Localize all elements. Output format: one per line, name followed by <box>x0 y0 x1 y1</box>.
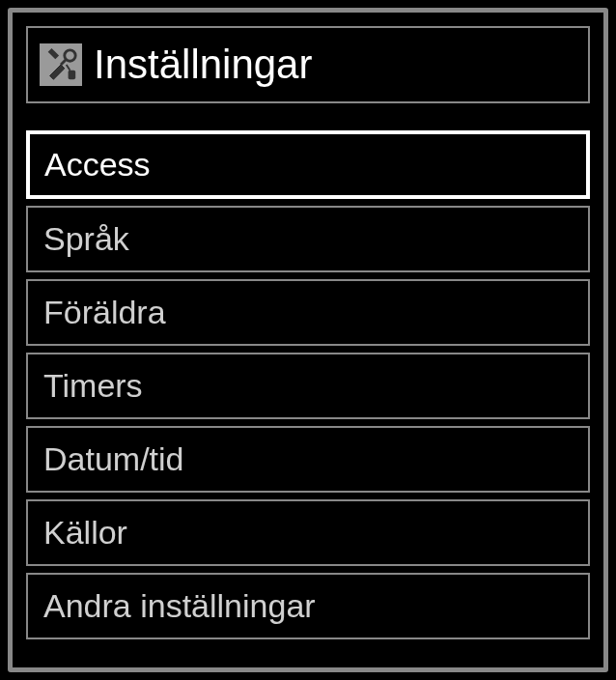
menu-item-other-settings[interactable]: Andra inställningar <box>26 573 590 639</box>
menu-item-timers[interactable]: Timers <box>26 353 590 419</box>
menu-item-label: Access <box>44 146 151 183</box>
menu-item-datetime[interactable]: Datum/tid <box>26 426 590 493</box>
menu-item-label: Språk <box>43 220 129 257</box>
menu-item-language[interactable]: Språk <box>26 206 590 272</box>
settings-tools-icon <box>40 43 82 86</box>
svg-rect-1 <box>69 71 76 80</box>
menu-item-label: Andra inställningar <box>43 587 316 624</box>
page-title: Inställningar <box>94 42 312 88</box>
menu-item-parental[interactable]: Föräldra <box>26 279 590 346</box>
menu-item-label: Datum/tid <box>43 440 184 477</box>
settings-window: Inställningar Access Språk Föräldra Time… <box>8 8 608 672</box>
settings-header: Inställningar <box>26 26 590 103</box>
menu-item-access[interactable]: Access <box>26 130 590 199</box>
settings-menu: Access Språk Föräldra Timers Datum/tid K… <box>26 130 590 639</box>
menu-item-label: Källor <box>43 514 127 551</box>
menu-item-label: Timers <box>43 367 143 404</box>
menu-item-sources[interactable]: Källor <box>26 499 590 566</box>
menu-item-label: Föräldra <box>43 294 166 330</box>
